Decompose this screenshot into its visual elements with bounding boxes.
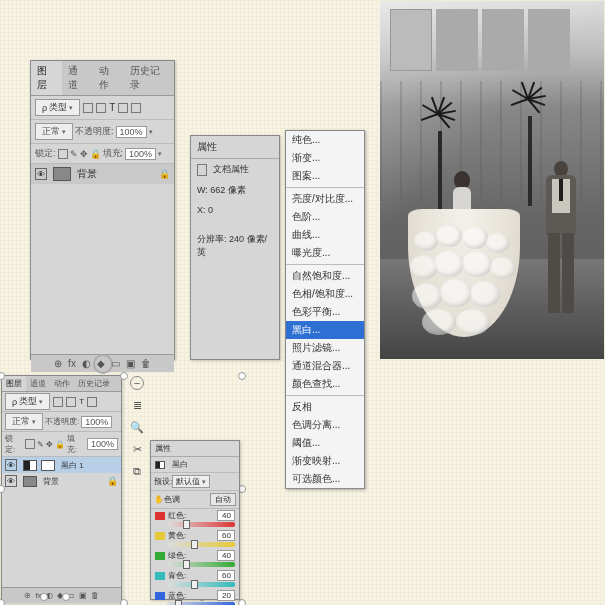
lock-icon-2a[interactable] (25, 439, 35, 449)
tab-history-2[interactable]: 历史记录 (74, 376, 114, 391)
blend-mode-select[interactable]: 正常 ▾ (35, 123, 73, 140)
tab-channels-2[interactable]: 通道 (26, 376, 50, 391)
menu-item[interactable]: 通道混合器... (286, 357, 364, 375)
slider-track[interactable] (167, 562, 235, 567)
menu-item[interactable]: 颜色查找... (286, 375, 364, 393)
slider-value[interactable]: 20 (217, 590, 235, 601)
filter-shape-icon[interactable] (118, 103, 128, 113)
menu-item[interactable]: 亮度/对比度... (286, 190, 364, 208)
lock-icon: 🔒 (159, 169, 170, 179)
adjustment-layer-icon[interactable]: ◆ (97, 358, 105, 369)
group-icon[interactable]: ▭ (111, 358, 120, 369)
handle-bl[interactable] (0, 599, 5, 605)
visibility-icon-3[interactable]: 👁 (5, 475, 17, 487)
zoom-icon[interactable]: 🔍 (130, 420, 144, 434)
lock-icon-2b[interactable]: ✎ (37, 440, 44, 449)
menu-item[interactable]: 照片滤镜... (286, 339, 364, 357)
filter-icon-2c[interactable]: T (79, 397, 84, 406)
hand-icon[interactable]: ✋ (154, 495, 164, 504)
lock-brush-icon[interactable]: ✎ (70, 149, 78, 159)
mask-icon[interactable]: ◐ (82, 358, 91, 369)
new-layer-icon[interactable]: ▣ (126, 358, 135, 369)
handle-extra1[interactable] (62, 593, 70, 601)
collapse-icon[interactable]: − (130, 376, 144, 390)
layer-row-bg[interactable]: 👁 背景 🔒 (31, 164, 174, 184)
trash-icon[interactable]: 🗑 (141, 358, 151, 369)
menu-item[interactable]: 阈值... (286, 434, 364, 452)
filter-type-select[interactable]: ρ 类型 ▾ (35, 99, 80, 116)
filter-icon-2a[interactable] (53, 397, 63, 407)
visibility-icon-2[interactable]: 👁 (5, 459, 17, 471)
slider-knob[interactable] (191, 580, 198, 589)
handle-bm[interactable] (120, 599, 128, 605)
filter-type-icon[interactable]: T (109, 102, 115, 113)
tab-actions[interactable]: 动作 (93, 61, 124, 95)
slider-value[interactable]: 40 (217, 510, 235, 521)
slider-track[interactable] (167, 582, 235, 587)
tab-layers-2[interactable]: 图层 (2, 376, 26, 391)
document-icon (197, 164, 207, 176)
slider-value[interactable]: 60 (217, 570, 235, 581)
menu-item[interactable]: 色彩平衡... (286, 303, 364, 321)
filter-adjust-icon[interactable] (96, 103, 106, 113)
slider-knob[interactable] (183, 520, 190, 529)
menu-item[interactable]: 色调分离... (286, 416, 364, 434)
fill-value-2[interactable]: 100% (87, 438, 118, 450)
slider-track[interactable] (167, 522, 235, 527)
handle-extra2[interactable] (40, 593, 48, 601)
menu-item[interactable]: 曲线... (286, 226, 364, 244)
tab-actions-2[interactable]: 动作 (50, 376, 74, 391)
menu-item[interactable]: 渐变映射... (286, 452, 364, 470)
menu-item[interactable]: 反相 (286, 398, 364, 416)
opacity-value-2[interactable]: 100% (81, 416, 112, 428)
menu-item[interactable]: 色阶... (286, 208, 364, 226)
rect-icon[interactable]: ⧉ (130, 464, 144, 478)
menu-item[interactable]: 曝光度... (286, 244, 364, 262)
menu-item[interactable]: 可选颜色... (286, 470, 364, 488)
opacity-label-2: 不透明度: (45, 416, 79, 427)
link-icon-2[interactable]: ⊕ (24, 591, 31, 600)
slider-value[interactable]: 40 (217, 550, 235, 561)
trash-icon-2[interactable]: 🗑 (91, 591, 99, 600)
crop-icon[interactable]: ✂ (130, 442, 144, 456)
tab-channels[interactable]: 通道 (62, 61, 93, 95)
menu-item[interactable]: 色相/饱和度... (286, 285, 364, 303)
slider-track[interactable] (167, 542, 235, 547)
opacity-value[interactable]: 100% (116, 126, 147, 138)
fill-value[interactable]: 100% (125, 148, 156, 160)
new-icon-2[interactable]: ▣ (79, 591, 87, 600)
blend-mode-select-2[interactable]: 正常▾ (5, 413, 43, 430)
lock-icon-2c[interactable]: ✥ (46, 440, 53, 449)
handle-tr[interactable] (238, 372, 246, 380)
slider-knob[interactable] (191, 540, 198, 549)
tab-history[interactable]: 历史记录 (124, 61, 174, 95)
link-layers-icon[interactable]: ⊕ (54, 358, 62, 369)
filter-pixel-icon[interactable] (83, 103, 93, 113)
filter-icon-2b[interactable] (66, 397, 76, 407)
slider-knob[interactable] (183, 560, 190, 569)
menu-item[interactable]: 纯色... (286, 131, 364, 149)
filter-type-select-2[interactable]: ρ 类型▾ (5, 393, 50, 410)
auto-button[interactable]: 自动 (210, 493, 236, 506)
menu-item[interactable]: 渐变... (286, 149, 364, 167)
menu-item[interactable]: 黑白... (286, 321, 364, 339)
preset-select[interactable]: 默认值▾ (172, 475, 210, 488)
lock-trans-icon[interactable] (58, 149, 68, 159)
filter-smart-icon[interactable] (131, 103, 141, 113)
layer-row-bw[interactable]: 👁 黑白 1 (2, 457, 121, 473)
slider-knob[interactable] (175, 600, 182, 605)
layer-row-bg-2[interactable]: 👁 背景 🔒 (2, 473, 121, 489)
slider-value[interactable]: 60 (217, 530, 235, 541)
lock-move-icon[interactable]: ✥ (80, 149, 88, 159)
properties-panel: 属性 文档属性 W: 662 像素 X: 0 分辨率: 240 像素/英 (190, 135, 280, 360)
handle-tm[interactable] (120, 372, 128, 380)
menu-item[interactable]: 图案... (286, 167, 364, 185)
lock-icon-2d[interactable]: 🔒 (55, 440, 65, 449)
paragraph-icon[interactable]: ≣ (130, 398, 144, 412)
menu-item[interactable]: 自然饱和度... (286, 267, 364, 285)
filter-icon-2d[interactable] (87, 397, 97, 407)
tab-layers[interactable]: 图层 (31, 61, 62, 95)
lock-all-icon[interactable]: 🔒 (90, 149, 101, 159)
fx-icon[interactable]: fx (68, 358, 76, 369)
visibility-icon[interactable]: 👁 (35, 168, 47, 180)
